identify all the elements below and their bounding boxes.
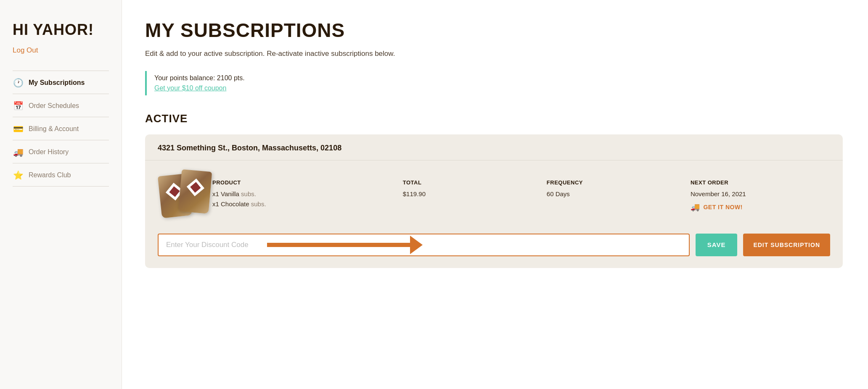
sidebar-item-label: Billing & Account xyxy=(29,125,79,133)
greeting: HI YAHOR! xyxy=(13,21,109,39)
product-header: PRODUCT xyxy=(212,179,399,186)
logout-link[interactable]: Log Out xyxy=(13,46,109,55)
sidebar-item-order-history[interactable]: 🚚 Order History xyxy=(13,140,109,163)
delivery-icon: 🚚 xyxy=(691,202,700,212)
sidebar-item-label: Order Schedules xyxy=(29,102,79,110)
save-button[interactable]: SAVE xyxy=(696,234,738,256)
card-icon: 💳 xyxy=(13,124,24,134)
subscription-details: PRODUCT x1 Vanilla subs. x1 Chocolate su… xyxy=(145,160,843,229)
bag-diamond-2 xyxy=(187,178,204,196)
subscription-address: 4321 Something St., Boston, Massachusett… xyxy=(145,134,843,160)
subscriptions-icon: 🕐 xyxy=(13,78,24,88)
product-qty-1: x1 xyxy=(212,190,221,197)
product-type-1: subs. xyxy=(241,190,256,197)
product-qty-2: x1 xyxy=(212,200,221,208)
col-product: PRODUCT x1 Vanilla subs. x1 Chocolate su… xyxy=(212,179,399,209)
product-name-2: Chocolate xyxy=(221,200,251,208)
product-line-2: x1 Chocolate subs. xyxy=(212,199,399,209)
coffee-bag-2 xyxy=(178,169,212,214)
active-section-label: ACTIVE xyxy=(145,112,843,125)
sidebar-nav: 🕐 My Subscriptions 📅 Order Schedules 💳 B… xyxy=(13,71,109,187)
sidebar-item-rewards-club[interactable]: ⭐ Rewards Club xyxy=(13,163,109,187)
discount-row: SAVE EDIT SUBSCRIPTION xyxy=(145,229,843,256)
product-image xyxy=(160,171,210,221)
col-next-order: NEXT ORDER November 16, 2021 🚚 GET IT NO… xyxy=(686,179,830,212)
discount-input-wrap xyxy=(158,234,690,256)
sidebar-item-label: Rewards Club xyxy=(29,171,71,179)
frequency-value: 60 Days xyxy=(547,189,686,199)
sidebar: HI YAHOR! Log Out 🕐 My Subscriptions 📅 O… xyxy=(0,0,122,389)
points-text: Your points balance: 2100 pts. xyxy=(154,74,843,82)
points-block: Your points balance: 2100 pts. Get your … xyxy=(145,71,843,95)
page-title: MY SUBSCRIPTIONS xyxy=(145,19,843,42)
subscription-card: 4321 Something St., Boston, Massachusett… xyxy=(145,134,843,268)
discount-code-input[interactable] xyxy=(158,234,690,256)
edit-subscription-button[interactable]: EDIT SUBSCRIPTION xyxy=(743,234,830,256)
product-type-2: subs. xyxy=(251,200,266,208)
sidebar-item-label: Order History xyxy=(29,148,69,156)
frequency-header: FREQUENCY xyxy=(547,179,686,186)
star-icon: ⭐ xyxy=(13,170,24,180)
total-header: TOTAL xyxy=(403,179,542,186)
main-content: MY SUBSCRIPTIONS Edit & add to your acti… xyxy=(122,0,868,389)
col-frequency: FREQUENCY 60 Days xyxy=(542,179,686,199)
calendar-icon: 📅 xyxy=(13,101,24,111)
get-it-now-label: GET IT NOW! xyxy=(703,204,742,210)
total-value: $119.90 xyxy=(403,189,542,199)
product-line-1: x1 Vanilla subs. xyxy=(212,189,399,199)
col-total: TOTAL $119.90 xyxy=(399,179,542,199)
next-order-date: November 16, 2021 xyxy=(691,189,830,199)
coupon-link[interactable]: Get your $10 off coupon xyxy=(154,84,226,92)
sidebar-item-my-subscriptions[interactable]: 🕐 My Subscriptions xyxy=(13,71,109,94)
subscription-columns: PRODUCT x1 Vanilla subs. x1 Chocolate su… xyxy=(212,179,830,212)
sidebar-item-billing-account[interactable]: 💳 Billing & Account xyxy=(13,117,109,140)
product-image-area xyxy=(158,171,212,221)
next-order-header: NEXT ORDER xyxy=(691,179,830,186)
get-it-now-button[interactable]: 🚚 GET IT NOW! xyxy=(691,202,830,212)
sidebar-item-label: My Subscriptions xyxy=(29,79,85,87)
truck-icon: 🚚 xyxy=(13,147,24,157)
page-subtitle: Edit & add to your active subscription. … xyxy=(145,48,843,59)
product-name-1: Vanilla xyxy=(221,190,241,197)
sidebar-item-order-schedules[interactable]: 📅 Order Schedules xyxy=(13,94,109,117)
